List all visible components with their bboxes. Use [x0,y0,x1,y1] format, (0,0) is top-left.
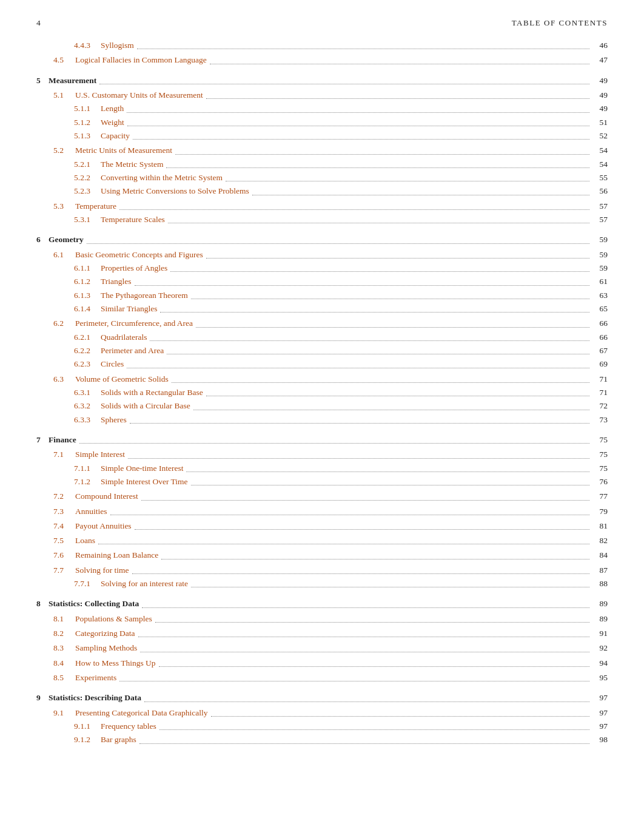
entry-label[interactable]: Frequency tables [101,720,156,732]
entry-label[interactable]: Volume of Geometric Solids [75,373,169,385]
entry-label[interactable]: Compound Interest [75,490,138,502]
entry-label: Statistics: Collecting Data [49,597,139,610]
entry-num: 6.2 [53,317,75,330]
toc-entry: 7.5Loans82 [36,534,608,547]
entry-label[interactable]: Categorizing Data [75,627,135,640]
toc-entry: 7.1.2Simple Interest Over Time76 [36,475,608,488]
entry-page: 49 [592,89,608,101]
toc-dots [160,312,589,313]
entry-label[interactable]: Solving for time [75,564,129,576]
entry-num: 7.1.1 [74,462,101,475]
entry-label[interactable]: Quadrilaterals [101,331,147,343]
entry-label[interactable]: Solids with a Circular Base [101,399,190,412]
toc-dots [140,652,589,652]
entry-label[interactable]: Remaining Loan Balance [75,549,158,561]
entry-num: 5.2.2 [74,171,101,184]
entry-page: 47 [592,53,608,66]
toc-entry: 6.2Perimeter, Circumference, and Area66 [36,317,608,330]
entry-label[interactable]: Metric Units of Measurement [75,144,172,157]
toc-dots [166,167,589,168]
entry-page: 77 [592,490,608,502]
entry-label[interactable]: Logical Fallacies in Common Language [75,53,207,66]
entry-num: 8.4 [53,657,75,669]
toc-entry: 6.3.1Solids with a Rectangular Base71 [36,386,608,399]
entry-label[interactable]: Sampling Methods [75,641,137,654]
entry-num: 9.1 [53,706,75,719]
toc-entry: 6.1.3The Pythagorean Theorem63 [36,289,608,302]
entry-page: 97 [592,706,608,719]
entry-label[interactable]: Temperature Scales [101,213,165,226]
entry-label[interactable]: Bar graphs [101,733,136,746]
toc-dots [138,637,589,637]
entry-label[interactable]: Capacity [101,129,130,142]
toc-dots [135,285,589,286]
entry-num: 6.2.1 [74,331,101,343]
toc-entry: 5.1.3Capacity52 [36,129,608,142]
toc-dots [137,49,589,49]
entry-label[interactable]: Spheres [101,413,127,426]
entry-page: 97 [592,691,608,704]
toc-dots [155,622,589,623]
toc-entry: 5.3Temperature57 [36,200,608,212]
entry-label[interactable]: Presenting Categorical Data Graphically [75,706,208,719]
toc-entry: 5.1U.S. Customary Units of Measurement49 [36,89,608,101]
entry-label[interactable]: Circles [101,357,124,370]
entry-label[interactable]: Simple One-time Interest [101,462,183,475]
entry-label[interactable]: Simple Interest Over Time [101,475,188,488]
entry-label[interactable]: Perimeter, Circumference, and Area [75,317,193,330]
entry-num: 8.5 [53,671,75,684]
entry-label[interactable]: The Metric System [101,158,163,171]
toc-entry: 7.7.1Solving for an interest rate88 [36,577,608,590]
entry-page: 55 [592,171,608,184]
entry-page: 82 [592,534,608,547]
entry-label[interactable]: U.S. Customary Units of Measurement [75,89,203,101]
entry-page: 54 [592,158,608,171]
entry-label[interactable]: Using Metric Conversions to Solve Proble… [101,184,249,197]
toc-entry: 5.1.1Length49 [36,102,608,115]
toc-entry: 6Geometry59 [36,233,608,246]
toc-dots [226,181,589,181]
entry-label[interactable]: Weight [101,116,124,129]
toc-entry: 6.1.2Triangles61 [36,275,608,288]
entry-label[interactable]: Triangles [101,275,132,288]
entry-num: 5.3 [53,200,75,212]
entry-label[interactable]: How to Mess Things Up [75,657,156,669]
toc-entry: 7.1.1Simple One-time Interest75 [36,462,608,475]
toc-dots [206,258,589,259]
toc-dots [99,84,589,84]
toc-dots [119,209,589,210]
entry-label[interactable]: Annuities [75,505,107,518]
entry-label[interactable]: Simple Interest [75,448,125,461]
entry-label[interactable]: Solving for an interest rate [101,577,188,590]
entry-label[interactable]: Temperature [75,200,116,212]
toc-entry: 8Statistics: Collecting Data89 [36,597,608,610]
toc-dots [206,98,589,99]
entry-label[interactable]: The Pythagorean Theorem [101,289,188,302]
entry-label[interactable]: Solids with a Rectangular Base [101,386,203,399]
entry-label[interactable]: Similar Triangles [101,302,157,315]
entry-page: 75 [592,448,608,461]
entry-label[interactable]: Properties of Angles [101,262,167,274]
entry-page: 65 [592,302,608,315]
entry-label[interactable]: Basic Geometric Concepts and Figures [75,248,203,261]
toc-entry: 7.3Annuities79 [36,505,608,518]
entry-label[interactable]: Populations & Samples [75,612,152,625]
toc-dots [170,271,589,272]
entry-page: 89 [592,597,608,610]
entry-num: 6.3 [53,373,75,385]
entry-label[interactable]: Experiments [75,671,116,684]
entry-label[interactable]: Loans [75,534,95,547]
page-title: TABLE OF CONTENTS [512,18,608,28]
entry-num: 4.5 [53,53,75,66]
entry-label[interactable]: Length [101,102,124,115]
entry-num: 6.3.3 [74,413,101,426]
entry-label[interactable]: Perimeter and Area [101,344,164,357]
toc-dots [186,472,589,472]
toc-dots [206,396,589,396]
entry-label[interactable]: Syllogism [101,39,134,52]
toc-dots [191,485,589,485]
entry-label[interactable]: Payout Annuities [75,519,132,532]
entry-page: 63 [592,289,608,302]
entry-label[interactable]: Converting within the Metric System [101,171,223,184]
entry-num: 6 [36,233,49,246]
